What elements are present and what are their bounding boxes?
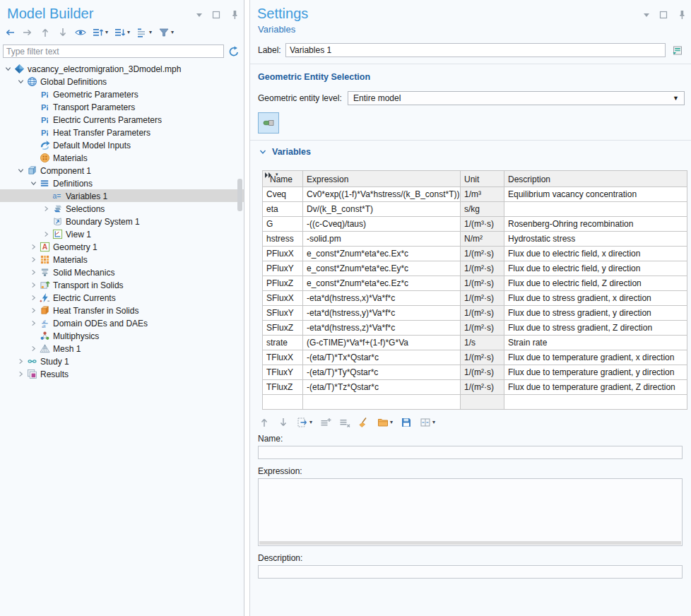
cell-description[interactable]: Flux due to electric field, y direction xyxy=(504,261,687,276)
cell-description[interactable]: Hydrostatic stress xyxy=(504,232,687,247)
cell-description[interactable]: Equilibrium vacancy concentration xyxy=(504,187,687,202)
tree-item-vacancy-electromigration-3dmodel-mph[interactable]: vacancy_electromigration_3Dmodel.mph xyxy=(0,62,244,75)
tree-item-view-1[interactable]: View 1 xyxy=(0,227,244,240)
expand-all-button[interactable]: ▾ xyxy=(92,26,109,39)
cell-description[interactable]: Rosenberg-Ohring recombination xyxy=(504,217,687,232)
name-input[interactable] xyxy=(258,446,683,459)
table-settings-button[interactable]: ▾ xyxy=(419,416,436,429)
dropdown-caret-icon[interactable]: ▾ xyxy=(309,420,312,425)
cell-description[interactable]: Flux due to stress gradient, Z direction xyxy=(504,321,687,336)
delete-row-button[interactable] xyxy=(338,416,351,429)
cell-name[interactable]: Cveq xyxy=(263,187,303,202)
cell-unit[interactable]: 1/m³ xyxy=(461,187,504,202)
float-button[interactable] xyxy=(658,9,669,20)
tree-item-electric-currents[interactable]: Electric Currents xyxy=(0,291,244,304)
collapse-node-icon[interactable] xyxy=(4,66,13,72)
cell-expression[interactable]: -(eta/T)*Tz*Qstar*c xyxy=(303,380,461,395)
cell-name[interactable]: TFluxY xyxy=(263,365,303,380)
cell-description[interactable] xyxy=(504,395,687,410)
clear-table-button[interactable] xyxy=(358,416,370,429)
geometric-entity-level-select[interactable]: Entire model ▼ xyxy=(348,91,685,105)
expression-hscrollbar[interactable] xyxy=(259,541,681,545)
cell-name[interactable]: PFluxZ xyxy=(263,276,303,291)
panel-menu-button[interactable] xyxy=(194,9,205,20)
cell-expression[interactable]: -eta*d(hstress,x)*Va*f*c xyxy=(303,291,461,306)
forward-button[interactable] xyxy=(21,26,34,39)
expand-node-icon[interactable] xyxy=(29,307,38,314)
back-button[interactable] xyxy=(4,26,16,39)
expand-node-icon[interactable] xyxy=(29,345,38,352)
cell-expression[interactable]: -solid.pm xyxy=(303,232,461,247)
cell-description[interactable]: Flux due to temperature gradient, x dire… xyxy=(504,350,687,365)
float-button[interactable] xyxy=(211,9,222,20)
expand-node-icon[interactable] xyxy=(16,358,25,365)
active-toggle-button[interactable] xyxy=(258,112,279,134)
move-down-button[interactable] xyxy=(277,416,290,429)
cell-description[interactable]: Flux due to temperature gradient, Z dire… xyxy=(504,380,687,395)
tree-item-transport-in-solids[interactable]: Transport in Solids xyxy=(0,278,244,291)
cell-expression[interactable]: e_const*Znum*eta*ec.Ez*c xyxy=(303,276,461,291)
cell-unit[interactable]: 1/(m²·s) xyxy=(461,365,504,380)
cell-description[interactable]: Flux due to electric field, Z direction xyxy=(504,276,687,291)
cell-unit[interactable]: 1/(m²·s) xyxy=(461,276,504,291)
cell-name[interactable]: SFluxZ xyxy=(263,321,303,336)
tree-item-selections[interactable]: Selections xyxy=(0,202,244,215)
tree-item-transport-parameters[interactable]: PTransport Parameters xyxy=(0,100,244,113)
show-button[interactable] xyxy=(74,26,87,39)
tree-item-component-1[interactable]: Component 1 xyxy=(0,164,244,177)
pin-button[interactable] xyxy=(675,9,686,20)
cell-name[interactable]: strate xyxy=(263,336,303,350)
tree-item-mesh-1[interactable]: Mesh 1 xyxy=(0,342,244,355)
cell-expression[interactable]: -eta*d(hstress,y)*Va*f*c xyxy=(303,306,461,321)
tree-item-materials[interactable]: Materials xyxy=(0,253,244,266)
save-to-file-button[interactable] xyxy=(400,416,413,429)
tree-item-results[interactable]: Results xyxy=(0,367,244,380)
cell-expression[interactable] xyxy=(303,395,461,410)
cell-expression[interactable]: Cv0*exp((1-f)*Va*hstress/(k_B_const*T)) xyxy=(303,187,461,202)
filter-input[interactable] xyxy=(3,45,224,58)
tree-item-definitions[interactable]: Definitions xyxy=(0,177,244,189)
collapse-node-icon[interactable] xyxy=(16,78,25,85)
tree-item-geometry-1[interactable]: AGeometry 1 xyxy=(0,240,244,253)
cell-expression[interactable]: -(eta/T)*Ty*Qstar*c xyxy=(303,365,461,380)
collapse-node-icon[interactable] xyxy=(16,167,25,174)
filter-button[interactable]: ▾ xyxy=(158,26,175,39)
dropdown-caret-icon[interactable]: ▾ xyxy=(105,30,108,35)
cell-name[interactable]: eta xyxy=(263,202,303,217)
insert-button[interactable]: ▾ xyxy=(296,416,313,429)
cell-name[interactable]: G xyxy=(263,217,303,232)
model-tree-node-text-button[interactable]: ▾ xyxy=(136,26,153,39)
tree-item-multiphysics[interactable]: Multiphysics xyxy=(0,329,244,342)
cell-name[interactable] xyxy=(263,395,303,410)
cell-description[interactable] xyxy=(504,202,687,217)
cell-unit[interactable]: 1/(m³·s) xyxy=(461,217,504,232)
cell-description[interactable]: Flux due to stress gradient, y direction xyxy=(504,306,687,321)
tree-item-materials[interactable]: Materials xyxy=(0,151,244,164)
tree-item-geometric-parameters[interactable]: PGeometric Parameters xyxy=(0,88,244,100)
cell-unit[interactable]: 1/(m²·s) xyxy=(461,261,504,276)
tree-item-global-definitions[interactable]: Global Definitions xyxy=(0,75,244,88)
expand-node-icon[interactable] xyxy=(42,206,51,212)
tree-item-boundary-system-1[interactable]: Boundary System 1 xyxy=(0,215,244,227)
cell-unit[interactable]: s/kg xyxy=(461,202,504,217)
expand-node-icon[interactable] xyxy=(29,295,38,301)
panel-divider[interactable] xyxy=(244,0,249,616)
cell-expression[interactable]: e_const*Znum*eta*ec.Ex*c xyxy=(303,247,461,261)
move-up-button[interactable] xyxy=(39,26,52,39)
cell-unit[interactable]: 1/(m²·s) xyxy=(461,380,504,395)
cell-name[interactable]: hstress xyxy=(263,232,303,247)
expand-node-icon[interactable] xyxy=(16,371,25,377)
sort-icon[interactable] xyxy=(265,172,272,178)
dropdown-caret-icon[interactable]: ▾ xyxy=(390,420,393,425)
cell-name[interactable]: TFluxX xyxy=(263,350,303,365)
tree-item-default-model-inputs[interactable]: Default Model Inputs xyxy=(0,138,244,151)
dropdown-caret-icon[interactable]: ▾ xyxy=(171,30,174,35)
cell-name[interactable]: SFluxY xyxy=(263,306,303,321)
sort-caret-icon[interactable]: ▾ xyxy=(276,172,278,177)
cell-unit[interactable]: 1/(m²·s) xyxy=(461,247,504,261)
tree-scrollbar-thumb[interactable] xyxy=(237,179,242,211)
tree-item-domain-odes-and-daes[interactable]: ddtDomain ODEs and DAEs xyxy=(0,316,244,329)
refresh-button[interactable] xyxy=(228,46,240,57)
cell-expression[interactable]: -eta*d(hstress,z)*Va*f*c xyxy=(303,321,461,336)
cell-description[interactable]: Flux due to temperature gradient, y dire… xyxy=(504,365,687,380)
